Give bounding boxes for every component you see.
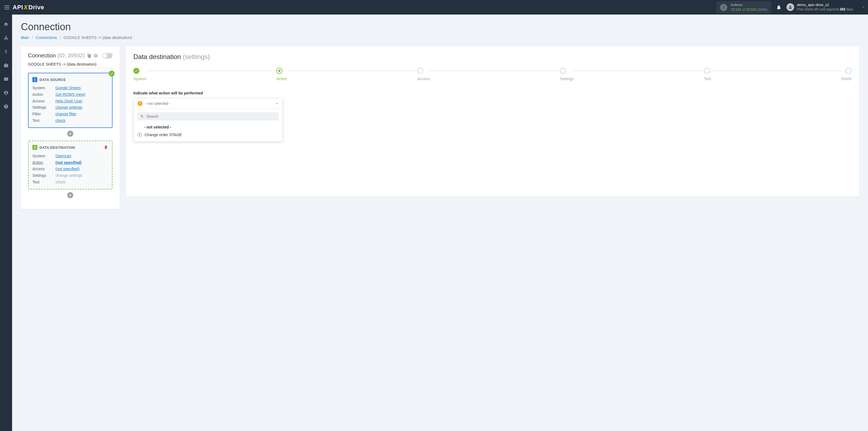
dest-settings: change settings [56,173,82,179]
username: demo_apix-drive_s2 [797,3,853,7]
settings-panel: Data destination (settings) System Actio… [126,47,859,196]
step-system[interactable]: System [133,68,146,81]
plan-info: Plan |Start| left until payment 282 days [797,7,853,12]
breadcrumb-current: GOOGLE SHEETS -> (data destination) [64,35,132,40]
source-settings[interactable]: change settings [56,104,82,111]
chevron-up-icon [275,101,279,105]
step-action[interactable]: Action [276,68,287,81]
dest-access[interactable]: (not specified) [56,166,80,173]
logo[interactable]: APIXDrive [12,4,44,11]
actions-counter[interactable]: i Actions: 25'193 of 50'000 (50%) [716,1,771,14]
source-system[interactable]: Google Sheets [56,85,81,91]
data-source-block[interactable]: 1 DATA SOURCE SystemGoogle Sheets Action… [28,73,113,128]
connection-name: GOOGLE SHEETS -> (data destination) [28,62,113,68]
source-test[interactable]: check [56,118,66,124]
step-finish[interactable]: Finish [841,68,851,81]
dropdown-selected: - not selected - [145,101,171,106]
dest-system[interactable]: Opencart [56,153,71,159]
main-content: Connection Main / Connections / GOOGLE S… [12,14,868,216]
step-access[interactable]: Access [417,68,430,81]
step-test[interactable]: Test [704,68,711,81]
actions-total: 50'000 [746,7,757,11]
info-icon: i [720,4,727,11]
bell-icon[interactable] [776,5,781,10]
option-not-selected[interactable]: - not selected - [137,123,279,131]
nav-video[interactable] [0,75,12,83]
stepper: System Action Access Settings [133,68,851,81]
connection-toggle[interactable] [102,53,113,59]
actions-pct: (50%) [758,7,767,11]
option-change-order-stage[interactable]: Change order STAGE [137,131,279,138]
breadcrumb: Main / Connections / GOOGLE SHEETS -> (d… [21,35,859,40]
actions-of: of [742,7,745,11]
data-destination-block[interactable]: 2 DATA DESTINATION SystemOpencart Action… [28,141,113,189]
dest-action[interactable]: (not specified) [56,159,82,166]
action-dropdown: ! - not selected - - not selected - Chan… [133,98,283,142]
nav-home[interactable] [0,20,12,28]
block-number: 2 [32,145,37,150]
nav-account[interactable] [0,89,12,97]
add-destination-button[interactable]: + [67,192,73,198]
breadcrumb-connections[interactable]: Connections [36,35,57,40]
actions-label: Actions: [731,3,767,7]
actions-used: 25'193 [731,7,741,11]
avatar-icon [786,3,794,11]
topbar: APIXDrive i Actions: 25'193 of 50'000 (5… [0,0,868,14]
hamburger-menu[interactable] [3,3,11,11]
dropdown-toggle[interactable]: ! - not selected - [134,98,283,109]
play-icon [137,132,142,137]
nav-billing[interactable] [0,48,12,56]
action-field-label: Indicate what action will be performed [133,91,851,95]
source-filter[interactable]: change filter [56,111,76,118]
dest-test: check [56,179,66,186]
delete-destination-button[interactable] [104,145,108,150]
block-number: 1 [32,77,37,82]
page-title: Connection [21,21,859,33]
sidebar [0,14,12,216]
add-source-button[interactable]: + [67,131,73,137]
block-title: DATA SOURCE [39,78,66,82]
source-action[interactable]: Get ROWS (new) [56,91,85,98]
nav-tools[interactable] [0,61,12,69]
connection-heading: Connection (ID: 39932) [28,53,85,59]
connection-panel: Connection (ID: 39932) GOOGLE SHEETS -> … [21,47,120,209]
warning-icon: ! [137,101,143,106]
step-settings[interactable]: Settings [560,68,574,81]
user-menu[interactable]: demo_apix-drive_s2 Plan |Start| left unt… [786,3,865,11]
source-access[interactable]: Help Desk User [56,98,82,104]
dropdown-search[interactable] [137,112,279,121]
check-icon [109,70,115,76]
copy-icon[interactable] [87,54,91,58]
block-title: DATA DESTINATION [39,146,75,150]
settings-title: Data destination (settings) [133,53,851,61]
gear-icon[interactable] [94,54,98,58]
search-icon [140,115,144,118]
search-input[interactable] [146,114,276,119]
chevron-down-icon [861,5,865,9]
nav-connections[interactable] [0,34,12,42]
nav-help[interactable] [0,102,12,111]
breadcrumb-main[interactable]: Main [21,35,29,40]
